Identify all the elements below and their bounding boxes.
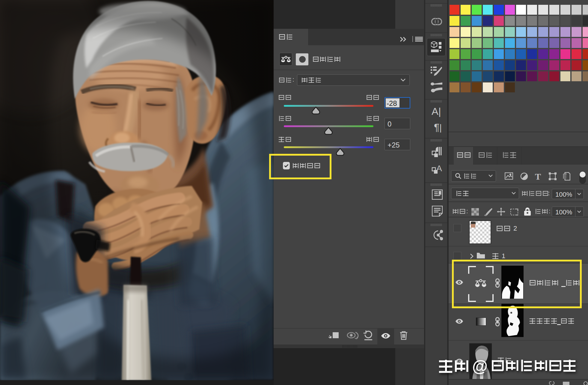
svg-text:A: A: [436, 164, 442, 173]
